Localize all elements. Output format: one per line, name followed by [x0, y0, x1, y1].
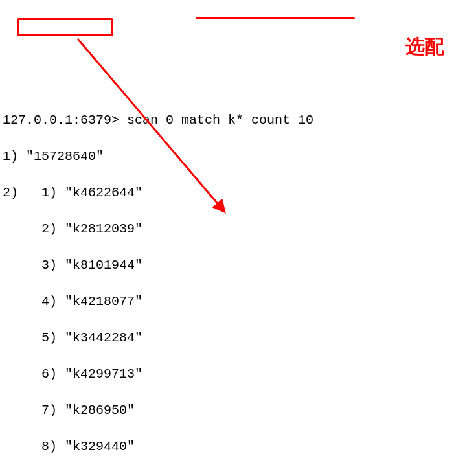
annotation-label: 选配: [405, 38, 444, 56]
list-result-row: 4) "k4218077": [3, 293, 462, 311]
list-result-row: 8) "k329440": [3, 438, 462, 456]
item-value: "k4299713": [65, 367, 142, 381]
command-line-1: 127.0.0.1:6379> scan 0 match k* count 10: [3, 111, 462, 130]
list-label: 2): [3, 185, 18, 200]
cursor-result-1: 1) "15728640": [3, 148, 462, 166]
item-value: "k329440": [65, 439, 135, 454]
item-index: 8): [34, 439, 65, 454]
cursor-value: "15728640": [26, 149, 104, 164]
list-result-row: 2) "k2812039": [3, 220, 462, 238]
list-result-row: 5) "k3442284": [3, 329, 462, 347]
item-value: "k286950": [65, 403, 135, 418]
cursor-value-highlight-box: [17, 18, 113, 36]
item-index: 3): [34, 258, 65, 273]
command-args-underline: [196, 17, 355, 19]
result-index: 1): [3, 149, 26, 164]
item-value: "k2812039": [65, 221, 142, 236]
command-text: scan 0 match k* count 10: [127, 113, 313, 128]
item-value: "k3442284": [65, 330, 142, 345]
prompt-prefix: 127.0.0.1:6379>: [3, 113, 127, 128]
item-index: 1): [34, 185, 65, 200]
item-index: 5): [34, 330, 65, 345]
list-result-row: 7) "k286950": [3, 402, 462, 420]
terminal-output: 127.0.0.1:6379> scan 0 match k* count 10…: [3, 93, 462, 476]
list-result-row: 3) "k8101944": [3, 256, 462, 275]
item-index: 7): [34, 403, 65, 418]
list-result-row: 6) "k4299713": [3, 365, 462, 383]
item-value: "k8101944": [65, 258, 142, 273]
item-index: 6): [34, 367, 65, 381]
item-index: 4): [34, 294, 65, 309]
list-result-row: 2) 1) "k4622644": [3, 184, 462, 202]
item-value: "k4622644": [65, 185, 142, 200]
item-index: 2): [34, 221, 65, 236]
item-value: "k4218077": [65, 294, 142, 309]
